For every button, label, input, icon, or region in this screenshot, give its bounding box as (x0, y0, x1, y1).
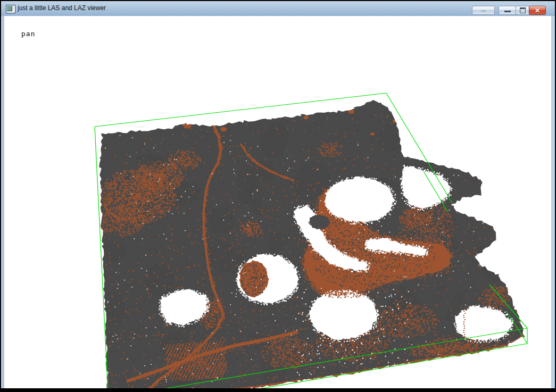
minimize-button[interactable] (499, 6, 516, 15)
app-window-icon-inner (7, 6, 12, 11)
window-border-right[interactable] (551, 16, 555, 388)
app-window-icon (6, 5, 15, 13)
screenshot-bottom-edge (0, 388, 556, 392)
window-title: just a little LAS and LAZ viewer (18, 4, 106, 12)
resize-arrows-icon: ⇔ (480, 7, 487, 14)
maximize-button[interactable] (516, 6, 529, 15)
point-cloud-viewport[interactable] (4, 16, 551, 388)
pan-mode-label: pan (21, 30, 35, 38)
viewer-client-area: pan (4, 16, 551, 388)
maximize-icon (520, 7, 526, 13)
close-icon: ✕ (535, 7, 540, 14)
minimize-icon (504, 11, 511, 12)
resize-button[interactable]: ⇔ (472, 6, 495, 15)
titlebar[interactable]: just a little LAS and LAZ viewer ⇔ ✕ (1, 1, 555, 16)
close-button[interactable]: ✕ (529, 6, 546, 15)
application-window: just a little LAS and LAZ viewer ⇔ ✕ pan (0, 0, 556, 392)
